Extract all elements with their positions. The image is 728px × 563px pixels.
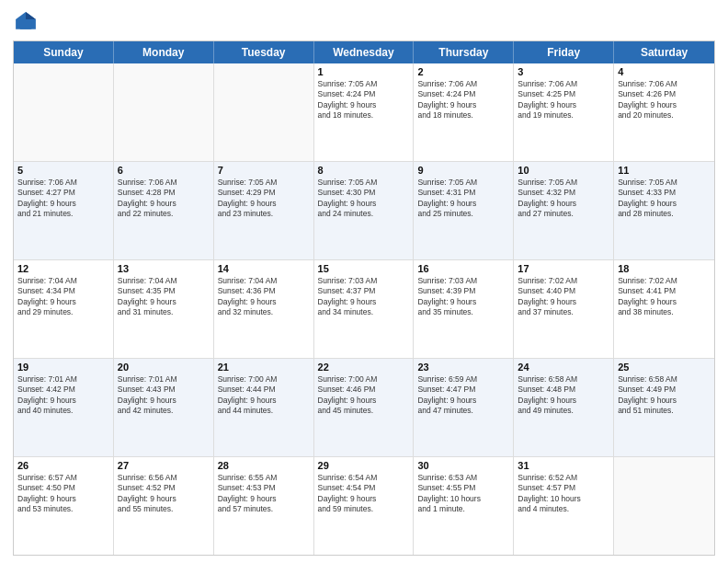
day-info: Sunrise: 7:04 AM Sunset: 4:34 PM Dayligh…: [17, 276, 109, 318]
calendar-row-2: 12Sunrise: 7:04 AM Sunset: 4:34 PM Dayli…: [14, 260, 714, 359]
day-number: 20: [118, 362, 210, 373]
calendar-row-3: 19Sunrise: 7:01 AM Sunset: 4:42 PM Dayli…: [14, 359, 714, 457]
weekday-header-tuesday: Tuesday: [214, 41, 314, 63]
calendar-cell-empty-4-6: [614, 457, 714, 555]
svg-marker-1: [26, 12, 36, 19]
day-info: Sunrise: 7:06 AM Sunset: 4:24 PM Dayligh…: [417, 79, 509, 121]
weekday-header-friday: Friday: [514, 41, 614, 63]
logo-icon: [13, 9, 39, 35]
calendar-cell-day-13: 13Sunrise: 7:04 AM Sunset: 4:35 PM Dayli…: [114, 260, 214, 358]
calendar-cell-day-5: 5Sunrise: 7:06 AM Sunset: 4:27 PM Daylig…: [14, 162, 114, 259]
day-info: Sunrise: 7:05 AM Sunset: 4:32 PM Dayligh…: [518, 178, 609, 220]
day-info: Sunrise: 7:06 AM Sunset: 4:25 PM Dayligh…: [518, 79, 609, 121]
day-info: Sunrise: 7:02 AM Sunset: 4:40 PM Dayligh…: [518, 276, 609, 318]
day-number: 7: [218, 165, 310, 176]
day-info: Sunrise: 6:52 AM Sunset: 4:57 PM Dayligh…: [518, 473, 609, 515]
day-info: Sunrise: 7:01 AM Sunset: 4:42 PM Dayligh…: [17, 374, 109, 417]
day-info: Sunrise: 7:00 AM Sunset: 4:46 PM Dayligh…: [318, 374, 410, 417]
calendar-cell-day-6: 6Sunrise: 7:06 AM Sunset: 4:28 PM Daylig…: [114, 162, 214, 259]
calendar-cell-empty-0-2: [214, 63, 314, 161]
day-number: 5: [17, 165, 109, 176]
day-number: 26: [17, 460, 109, 471]
day-number: 13: [118, 263, 210, 274]
calendar-cell-day-2: 2Sunrise: 7:06 AM Sunset: 4:24 PM Daylig…: [414, 63, 514, 161]
day-number: 31: [518, 460, 609, 471]
day-number: 3: [518, 66, 609, 77]
day-number: 2: [417, 66, 509, 77]
day-number: 22: [318, 362, 410, 373]
day-info: Sunrise: 6:58 AM Sunset: 4:49 PM Dayligh…: [618, 374, 711, 417]
day-number: 14: [218, 263, 310, 274]
calendar-cell-day-22: 22Sunrise: 7:00 AM Sunset: 4:46 PM Dayli…: [314, 359, 415, 456]
calendar-body: 1Sunrise: 7:05 AM Sunset: 4:24 PM Daylig…: [14, 63, 714, 555]
day-info: Sunrise: 6:56 AM Sunset: 4:52 PM Dayligh…: [118, 473, 210, 515]
calendar-cell-day-15: 15Sunrise: 7:03 AM Sunset: 4:37 PM Dayli…: [314, 260, 415, 358]
calendar-cell-day-25: 25Sunrise: 6:58 AM Sunset: 4:49 PM Dayli…: [614, 359, 714, 456]
day-info: Sunrise: 7:02 AM Sunset: 4:41 PM Dayligh…: [618, 276, 711, 318]
day-info: Sunrise: 7:05 AM Sunset: 4:33 PM Dayligh…: [618, 178, 711, 220]
weekday-header-sunday: Sunday: [14, 41, 114, 63]
calendar-cell-day-14: 14Sunrise: 7:04 AM Sunset: 4:36 PM Dayli…: [214, 260, 314, 358]
day-info: Sunrise: 6:58 AM Sunset: 4:48 PM Dayligh…: [518, 374, 609, 417]
weekday-header-wednesday: Wednesday: [314, 41, 415, 63]
header: [13, 9, 715, 35]
calendar-cell-day-23: 23Sunrise: 6:59 AM Sunset: 4:47 PM Dayli…: [414, 359, 514, 456]
calendar-cell-day-18: 18Sunrise: 7:02 AM Sunset: 4:41 PM Dayli…: [614, 260, 714, 358]
calendar-cell-day-17: 17Sunrise: 7:02 AM Sunset: 4:40 PM Dayli…: [514, 260, 614, 358]
day-number: 24: [518, 362, 609, 373]
calendar-row-1: 5Sunrise: 7:06 AM Sunset: 4:27 PM Daylig…: [14, 162, 714, 260]
day-info: Sunrise: 7:00 AM Sunset: 4:44 PM Dayligh…: [218, 374, 310, 417]
day-info: Sunrise: 7:05 AM Sunset: 4:31 PM Dayligh…: [417, 178, 509, 220]
svg-rect-2: [20, 22, 31, 29]
day-number: 12: [17, 263, 109, 274]
calendar-cell-day-20: 20Sunrise: 7:01 AM Sunset: 4:43 PM Dayli…: [114, 359, 214, 456]
day-number: 30: [417, 460, 509, 471]
logo: [13, 9, 42, 35]
calendar-cell-day-9: 9Sunrise: 7:05 AM Sunset: 4:31 PM Daylig…: [414, 162, 514, 259]
day-number: 9: [417, 165, 509, 176]
day-info: Sunrise: 7:06 AM Sunset: 4:27 PM Dayligh…: [17, 178, 109, 220]
day-number: 10: [518, 165, 609, 176]
day-info: Sunrise: 7:05 AM Sunset: 4:30 PM Dayligh…: [318, 178, 410, 220]
calendar-cell-day-19: 19Sunrise: 7:01 AM Sunset: 4:42 PM Dayli…: [14, 359, 114, 456]
day-number: 18: [618, 263, 711, 274]
calendar-cell-day-26: 26Sunrise: 6:57 AM Sunset: 4:50 PM Dayli…: [14, 457, 114, 555]
calendar-cell-day-24: 24Sunrise: 6:58 AM Sunset: 4:48 PM Dayli…: [514, 359, 614, 456]
page: SundayMondayTuesdayWednesdayThursdayFrid…: [0, 0, 728, 563]
day-number: 23: [417, 362, 509, 373]
calendar-cell-day-16: 16Sunrise: 7:03 AM Sunset: 4:39 PM Dayli…: [414, 260, 514, 358]
calendar-cell-day-31: 31Sunrise: 6:52 AM Sunset: 4:57 PM Dayli…: [514, 457, 614, 555]
calendar-cell-day-4: 4Sunrise: 7:06 AM Sunset: 4:26 PM Daylig…: [614, 63, 714, 161]
day-number: 27: [118, 460, 210, 471]
calendar-cell-day-3: 3Sunrise: 7:06 AM Sunset: 4:25 PM Daylig…: [514, 63, 614, 161]
day-number: 1: [318, 66, 410, 77]
day-number: 8: [318, 165, 410, 176]
day-number: 28: [218, 460, 310, 471]
day-info: Sunrise: 7:04 AM Sunset: 4:35 PM Dayligh…: [118, 276, 210, 318]
calendar-cell-empty-0-0: [14, 63, 114, 161]
day-info: Sunrise: 7:05 AM Sunset: 4:24 PM Dayligh…: [318, 79, 410, 121]
calendar-row-0: 1Sunrise: 7:05 AM Sunset: 4:24 PM Daylig…: [14, 63, 714, 162]
day-number: 29: [318, 460, 410, 471]
day-info: Sunrise: 7:01 AM Sunset: 4:43 PM Dayligh…: [118, 374, 210, 417]
calendar-cell-day-29: 29Sunrise: 6:54 AM Sunset: 4:54 PM Dayli…: [314, 457, 415, 555]
calendar-cell-day-10: 10Sunrise: 7:05 AM Sunset: 4:32 PM Dayli…: [514, 162, 614, 259]
calendar-cell-day-21: 21Sunrise: 7:00 AM Sunset: 4:44 PM Dayli…: [214, 359, 314, 456]
weekday-header-monday: Monday: [114, 41, 214, 63]
day-number: 6: [118, 165, 210, 176]
calendar-header: SundayMondayTuesdayWednesdayThursdayFrid…: [14, 41, 714, 63]
calendar: SundayMondayTuesdayWednesdayThursdayFrid…: [13, 40, 715, 556]
calendar-row-4: 26Sunrise: 6:57 AM Sunset: 4:50 PM Dayli…: [14, 457, 714, 555]
calendar-cell-day-1: 1Sunrise: 7:05 AM Sunset: 4:24 PM Daylig…: [314, 63, 415, 161]
day-number: 15: [318, 263, 410, 274]
day-info: Sunrise: 7:05 AM Sunset: 4:29 PM Dayligh…: [218, 178, 310, 220]
day-number: 19: [17, 362, 109, 373]
day-info: Sunrise: 7:06 AM Sunset: 4:28 PM Dayligh…: [118, 178, 210, 220]
day-info: Sunrise: 7:04 AM Sunset: 4:36 PM Dayligh…: [218, 276, 310, 318]
calendar-cell-day-8: 8Sunrise: 7:05 AM Sunset: 4:30 PM Daylig…: [314, 162, 415, 259]
calendar-cell-day-11: 11Sunrise: 7:05 AM Sunset: 4:33 PM Dayli…: [614, 162, 714, 259]
day-number: 17: [518, 263, 609, 274]
day-info: Sunrise: 6:55 AM Sunset: 4:53 PM Dayligh…: [218, 473, 310, 515]
day-info: Sunrise: 7:03 AM Sunset: 4:37 PM Dayligh…: [318, 276, 410, 318]
day-info: Sunrise: 7:03 AM Sunset: 4:39 PM Dayligh…: [417, 276, 509, 318]
